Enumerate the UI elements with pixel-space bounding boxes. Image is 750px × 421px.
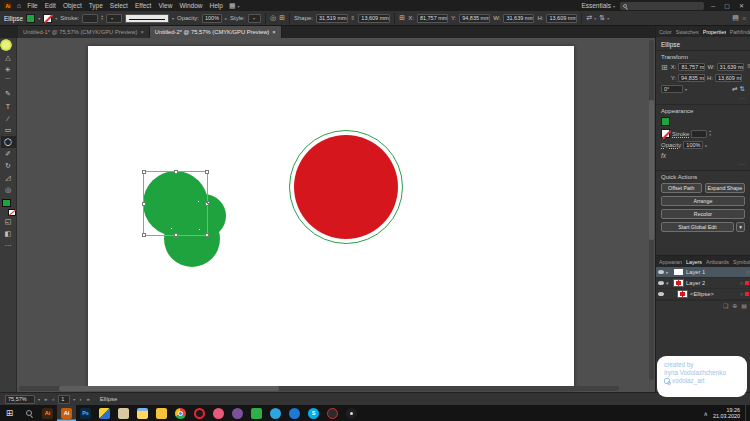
taskbar-browser-dark[interactable] — [323, 405, 342, 421]
tab-swatches[interactable]: Swatches — [676, 29, 699, 35]
reference-point-icon[interactable]: ⊞ — [661, 63, 668, 72]
tray-expand-icon[interactable]: ∧ — [704, 410, 708, 417]
stroke-swatch[interactable] — [661, 129, 670, 138]
show-desktop-button[interactable] — [745, 405, 748, 421]
menu-window[interactable]: Window — [178, 2, 203, 9]
w-field[interactable]: 31,639 mm — [717, 63, 744, 71]
fill-swatch[interactable] — [661, 117, 670, 126]
layer-row-1[interactable]: ▸ Layer 1 ○ — [656, 267, 750, 278]
taskbar-media-dark[interactable] — [342, 405, 361, 421]
artboard-number-field[interactable]: 1 — [58, 395, 70, 404]
window-minimize-button[interactable]: ─ — [709, 3, 717, 9]
taskbar-folder[interactable] — [152, 405, 171, 421]
taskbar-recorder[interactable] — [247, 405, 266, 421]
tab-color[interactable]: Color — [659, 29, 672, 35]
opacity-field[interactable]: 100% — [683, 141, 703, 149]
visibility-eye-icon[interactable] — [658, 281, 664, 285]
layer-name[interactable]: <Ellipse> — [690, 291, 714, 297]
flip-options-icon[interactable]: ⇄ — [586, 14, 596, 22]
layer-name[interactable]: Layer 1 — [686, 269, 705, 275]
tab-symbols[interactable]: Symbols — [733, 259, 750, 265]
scale-tool-icon[interactable]: ◿ — [1, 172, 16, 184]
delete-layer-icon[interactable]: ▤ — [741, 302, 747, 309]
w-field[interactable]: 31,639 mm — [503, 14, 534, 23]
vertical-scrollbar-thumb[interactable] — [649, 100, 654, 240]
stroke-caret-icon[interactable]: ▾ — [55, 16, 57, 21]
taskbar-app-bag[interactable] — [114, 405, 133, 421]
stroke-link[interactable]: Stroke — [672, 131, 689, 137]
fill-stroke-indicator[interactable] — [1, 199, 16, 216]
rotate-caret-icon[interactable]: ▾ — [685, 87, 687, 92]
document-tab-untitled-2[interactable]: Untitled-2* @ 75,57% (CMYK/GPU Preview) … — [150, 26, 282, 38]
menu-type[interactable]: Type — [88, 2, 104, 9]
selection-handle[interactable] — [142, 202, 146, 206]
target-circle-icon[interactable]: ○ — [746, 269, 749, 275]
menu-edit[interactable]: Edit — [44, 2, 57, 9]
stroke-weight-field[interactable] — [82, 14, 98, 23]
y-field[interactable]: 94,835 mm — [678, 74, 705, 82]
rotate-tool-icon[interactable]: ↻ — [1, 160, 16, 172]
search-input[interactable] — [620, 2, 704, 10]
h-field[interactable]: 13,609 mm — [546, 14, 577, 23]
anchor-point[interactable] — [170, 227, 173, 230]
selection-handle[interactable] — [142, 233, 146, 237]
taskbar-illustrator-active[interactable]: Ai — [57, 405, 76, 421]
global-edit-caret[interactable]: ▾ — [736, 222, 745, 232]
taskbar-file-explorer[interactable] — [133, 405, 152, 421]
menu-object[interactable]: Object — [62, 2, 83, 9]
layer-row-2[interactable]: ▾ Layer 2 ○ — [656, 278, 750, 289]
shape-width-field[interactable]: 31,519 mm — [316, 14, 348, 23]
new-sublayer-icon[interactable]: ❏ — [723, 302, 728, 309]
taskbar-app-stack[interactable] — [95, 405, 114, 421]
taskbar-telegram[interactable] — [266, 405, 285, 421]
taskbar-photoshop[interactable]: Ps — [76, 405, 95, 421]
taskbar-viber[interactable] — [228, 405, 247, 421]
prev-artboard-icon[interactable]: ‹ — [51, 396, 55, 402]
selection-handle[interactable] — [205, 170, 209, 174]
menu-file[interactable]: File — [26, 2, 38, 9]
expand-shape-button[interactable]: Expand Shape — [705, 183, 746, 193]
opacity-caret-icon[interactable]: ▸ — [225, 16, 227, 21]
tab-close-icon[interactable]: × — [272, 29, 275, 35]
fill-swatch-indicator[interactable] — [2, 199, 11, 207]
tab-layers[interactable]: Layers — [686, 259, 702, 265]
stroke-swatch-indicator[interactable] — [8, 209, 16, 216]
zoom-level-field[interactable]: 75,57% — [5, 395, 35, 404]
taskbar-opera[interactable] — [190, 405, 209, 421]
horizontal-scrollbar[interactable] — [19, 386, 619, 391]
new-layer-icon[interactable]: ⊕ — [732, 302, 737, 309]
rotate-options-icon[interactable]: ⇅ — [599, 14, 609, 22]
menu-help[interactable]: Help — [209, 2, 224, 9]
vertical-scrollbar[interactable] — [649, 40, 654, 380]
window-close-button[interactable]: ✕ — [737, 2, 746, 9]
brush-caret-icon[interactable]: ▾ — [172, 16, 174, 21]
menu-view[interactable]: View — [157, 2, 173, 9]
taskbar-skype[interactable]: S — [304, 405, 323, 421]
selection-handle[interactable] — [142, 170, 146, 174]
screen-mode-icon[interactable]: ◧ — [1, 228, 16, 240]
link-dimensions-icon[interactable]: ∞ — [746, 64, 750, 68]
home-icon[interactable]: ⌂ — [17, 2, 21, 9]
draw-mode-icon[interactable]: ◱ — [1, 216, 16, 228]
visibility-eye-icon[interactable] — [658, 270, 664, 274]
transform-more-options[interactable]: ··· — [661, 96, 745, 100]
flip-vertical-icon[interactable]: ⇅ — [740, 85, 745, 93]
next-artboard-icon[interactable]: › — [78, 396, 82, 402]
opacity-field[interactable]: 100% — [202, 14, 222, 23]
stroke-spinner[interactable]: ▴▾ — [101, 15, 103, 22]
style-dropdown[interactable] — [248, 14, 261, 23]
target-circle-icon[interactable]: ○ — [740, 291, 743, 297]
offset-path-button[interactable]: Offset Path — [661, 183, 702, 193]
rotate-field[interactable]: 0° — [661, 85, 683, 93]
recolor-button[interactable]: Recolor — [661, 209, 745, 219]
anchor-point[interactable] — [207, 201, 210, 204]
taskbar-start-button[interactable]: ⊞ — [0, 405, 19, 421]
pen-tool-icon[interactable]: ✎ — [1, 88, 16, 100]
x-field[interactable]: 81,757 mm — [678, 63, 705, 71]
width-profile-dropdown[interactable] — [106, 14, 122, 23]
opacity-caret-icon[interactable]: ▸ — [705, 143, 707, 148]
y-field[interactable]: 94,835 mm — [459, 14, 490, 23]
selection-handle[interactable] — [205, 233, 209, 237]
flip-horizontal-icon[interactable]: ⇄ — [732, 85, 737, 93]
visibility-eye-icon[interactable] — [658, 292, 664, 296]
